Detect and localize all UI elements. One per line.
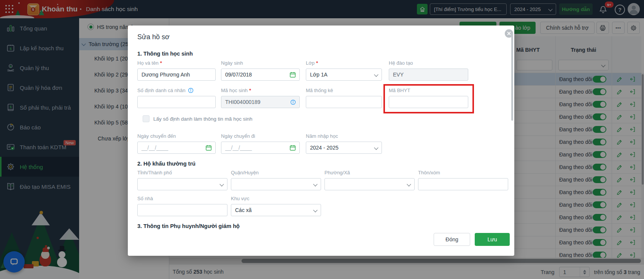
district-select[interactable] [231, 178, 321, 190]
statistics-code-input[interactable] [306, 96, 382, 108]
app-window: $ Khoản thu Danh sách học sinh [Thí điểm… [0, 0, 644, 279]
field-label: Ngày chuyển đi [221, 133, 300, 139]
modal-scrollbar[interactable] [511, 32, 514, 250]
field-label: Thôn/xóm [418, 170, 508, 175]
hamlet-input[interactable] [418, 178, 508, 190]
training-system-value: EVY [393, 72, 404, 78]
transfer-out-date-input[interactable]: __/__/____ [221, 142, 300, 154]
date-placeholder: __/__/____ [225, 145, 252, 151]
chevron-down-icon [374, 145, 378, 150]
area-value: Các xã [235, 207, 252, 213]
field-label: Lớp* [306, 60, 382, 66]
field-label: Hệ đào tạo [389, 60, 468, 66]
calendar-icon[interactable] [205, 144, 212, 151]
area-select[interactable]: Các xã [231, 204, 321, 216]
class-value: Lớp 1A [310, 72, 328, 78]
field-label: Số định danh cá nhân [137, 88, 216, 93]
house-number-input[interactable] [137, 204, 227, 216]
training-system-input: EVY [389, 69, 468, 81]
info-icon[interactable] [188, 88, 194, 93]
enrollment-year-value: 2024 - 2025 [310, 145, 339, 151]
section-permanent-address: 2. Hộ khẩu thường trú [137, 161, 196, 167]
chevron-down-icon [313, 182, 317, 186]
student-code-input: THI004000189 [221, 96, 300, 108]
section-student-info: 1. Thông tin học sinh [137, 51, 193, 57]
personal-id-input[interactable] [137, 96, 216, 108]
student-code-value: THI004000189 [225, 99, 261, 105]
birth-date-input[interactable]: 09/07/2018 [221, 69, 300, 81]
enrollment-year-select[interactable]: 2024 - 2025 [306, 142, 382, 154]
section-guardian-info: 3. Thông tin Phụ huynh/Người giám hộ [137, 223, 240, 229]
field-label: Năm nhập học [306, 133, 382, 139]
chevron-down-icon [374, 72, 378, 77]
province-select[interactable] [137, 178, 227, 190]
calendar-icon[interactable] [289, 144, 296, 151]
chevron-down-icon [313, 208, 317, 212]
field-label: Phường/Xã [324, 170, 415, 175]
field-label: Quận/Huyện [231, 170, 321, 175]
field-label: Mã thống kê [306, 88, 382, 93]
field-label: Tỉnh/Thành phố [137, 170, 227, 175]
info-icon[interactable] [290, 99, 296, 105]
field-label: Ngày chuyển đến [137, 133, 216, 139]
full-name-input[interactable] [137, 69, 216, 81]
transfer-in-date-input[interactable]: __/__/____ [137, 142, 216, 154]
edit-profile-modal: Sửa hồ sơ 1. Thông tin học sinh Họ và tê… [128, 26, 514, 256]
field-label: Khu vực [231, 196, 321, 201]
ward-select[interactable] [324, 178, 415, 190]
date-placeholder: __/__/____ [142, 145, 168, 151]
use-personal-id-checkbox[interactable]: Lấy số định danh làm thông tin mã học si… [139, 115, 252, 122]
annotation-red-box [383, 84, 474, 113]
close-icon [507, 32, 511, 35]
field-label: Mã học sinh* [221, 88, 300, 93]
field-label: Ngày sinh [221, 60, 300, 66]
birth-date-value: 09/07/2018 [225, 72, 252, 78]
class-select[interactable]: Lớp 1A [306, 69, 382, 81]
close-modal-button[interactable]: Đóng [434, 233, 470, 246]
field-label: Họ và tên* [137, 60, 216, 66]
field-label: Số nhà [137, 196, 227, 201]
calendar-icon[interactable] [289, 71, 296, 78]
save-button[interactable]: Lưu [475, 233, 510, 246]
modal-title: Sửa hồ sơ [137, 33, 170, 41]
checkbox-label: Lấy số định danh làm thông tin mã học si… [153, 116, 252, 122]
chevron-down-icon [407, 182, 411, 186]
chevron-down-icon [219, 182, 224, 186]
checkbox-icon [143, 115, 149, 122]
